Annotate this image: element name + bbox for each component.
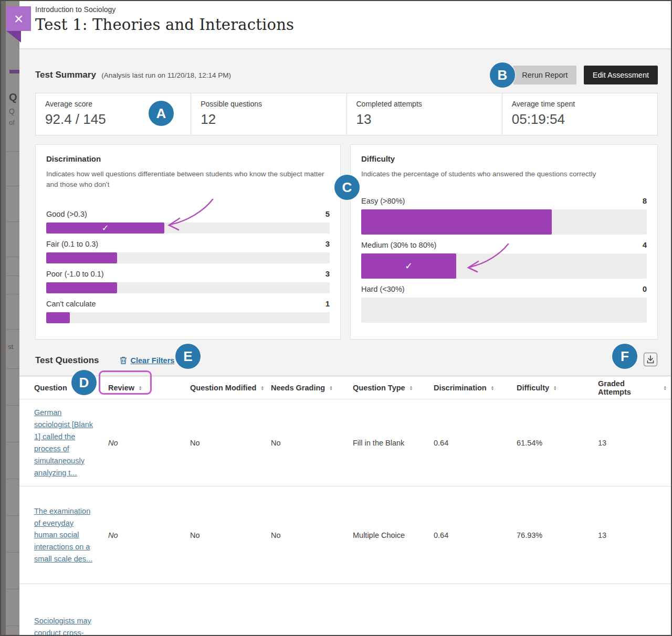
stat-value: 05:19:54 [512,111,657,128]
close-panel-button[interactable]: × [6,6,31,31]
background-divider [7,442,19,442]
chart-bar-row: Hard (<30%) 0 [361,284,647,323]
summary-actions: Rerun Report Edit Assessment [513,66,658,84]
background-text-fragment: Q [9,107,15,115]
summary-header-row: Test Summary (Analysis last run on 11/20… [35,66,658,84]
background-divider [7,275,19,276]
bar-value: 1 [326,299,330,308]
background-divider [7,479,19,479]
rerun-report-button[interactable]: Rerun Report [513,66,576,84]
summary-stats-row: Average score 92.4 / 145 Possible questi… [35,93,658,135]
bar-track [361,209,647,235]
stat-completed-attempts: Completed attempts 13 [346,93,502,135]
bar-value: 8 [643,196,647,205]
background-divider [7,221,19,222]
bar-track: ✓ [46,222,330,234]
discrimination-chart: Discrimination Indicates how well questi… [35,144,341,340]
bar-label: Poor (-1.0 to 0.1) [46,270,104,278]
column-header-question-type[interactable]: Question Type ▲▼ [353,384,434,392]
question-type-cell: Multiple Choice [353,531,434,539]
background-text-fragment: of [9,119,15,126]
sort-icon: ▲▼ [260,385,264,390]
background-accent-bar [9,70,19,73]
question-link[interactable]: German sociologist [Blank 1] called the … [34,408,93,477]
bar-label: Fair (0.1 to 0.3) [46,240,98,248]
column-header-difficulty[interactable]: Difficulty ▲▼ [517,384,598,392]
annotation-badge-a: A [149,101,174,126]
bar-label: Easy (>80%) [361,197,405,205]
chart-bar-row: Easy (>80%) 8 [361,196,647,235]
chart-bars: Good (>0.3) 5 ✓ Fair (0.1 to 0.3) 3 Poor… [46,209,330,323]
bar-fill [46,282,117,293]
clear-filters-label: Clear Filters [131,356,175,365]
bar-track [361,298,647,323]
bar-fill [46,252,117,263]
page-title: Test 1: Theories and Interactions [35,16,671,34]
background-divider [7,294,19,294]
chart-bar-row: Poor (-1.0 to 0.1) 3 [46,269,330,293]
close-icon: × [6,6,31,31]
sort-icon: ▲▼ [553,385,556,390]
stat-average-time-spent: Average time spent 05:19:54 [502,93,657,135]
column-header-question-modified[interactable]: Question Modified ▲▼ [190,384,271,392]
charts-row: Discrimination Indicates how well questi… [35,144,658,340]
sort-icon: ▲▼ [410,385,413,390]
column-header-review[interactable]: Review ▲▼ [108,384,190,392]
column-header-discrimination[interactable]: Discrimination ▲▼ [434,384,517,392]
edit-assessment-button[interactable]: Edit Assessment [584,66,658,84]
bar-label: Medium (30% to 80%) [361,241,436,249]
summary-title: Test Summary [35,70,96,80]
bar-value: 3 [326,269,330,278]
question-cell: The examination of everyday human social… [34,498,96,573]
question-cell: German sociologist [Blank 1] called the … [34,399,96,486]
annotation-badge-d: D [71,370,97,395]
background-divider [7,626,19,626]
stat-label: Average time spent [512,100,657,108]
stat-label: Possible questions [201,100,346,108]
chart-subtitle: Indicates the percentage of students who… [361,169,647,179]
chart-bars: Easy (>80%) 8 Medium (30% to 80%) 4 ✓ Ha… [361,196,647,323]
difficulty-cell: 76.93% [517,531,598,539]
question-link[interactable]: The examination of everyday human social… [34,507,92,564]
trash-icon [119,356,128,365]
stat-label: Completed attempts [356,100,502,108]
background-divider [7,552,19,553]
review-cell: No [108,531,190,539]
bar-value: 0 [643,284,647,293]
table-row: German sociologist [Blank 1] called the … [19,399,671,486]
background-divider [7,589,19,589]
download-results-button[interactable] [643,352,658,368]
question-modified-cell: No [190,531,271,539]
chart-bar-row: Fair (0.1 to 0.3) 3 [46,239,330,263]
bar-label: Good (>0.3) [46,210,87,218]
bar-value: 3 [326,239,330,248]
bar-fill [361,209,552,235]
bar-track [46,312,330,323]
difficulty-chart: Difficulty Indicates the percentage of s… [350,144,658,340]
bar-track [46,252,330,263]
stat-value: 13 [356,111,502,128]
needs-grading-cell: No [271,531,353,539]
background-text-fragment: Q [9,91,17,103]
clear-filters-link[interactable]: Clear Filters [119,356,175,365]
column-header-needs-grading[interactable]: Needs Grading ▲▼ [271,384,353,392]
chart-bar-row: Good (>0.3) 5 ✓ [46,209,330,234]
stat-value: 12 [201,111,346,128]
column-header-graded-attempts[interactable]: Graded Attempts ▲▼ [598,379,671,396]
dimmed-background-page: Q Q of st [1,1,19,635]
background-divider [7,186,19,186]
needs-grading-cell: No [271,439,353,447]
table-row: The examination of everyday human social… [19,486,671,584]
breadcrumb: Introduction to Sociology [35,5,671,14]
summary-heading: Test Summary (Analysis last run on 11/20… [35,70,231,80]
background-text-fragment: st [8,343,13,351]
table-row: Sociologists may conduct cross-cultural … [19,584,671,636]
questions-table-header: Question Review ▲▼ Question Modified ▲▼ … [19,376,671,399]
question-type-cell: Fill in the Blank [353,439,434,447]
discrimination-cell: 0.64 [434,439,517,447]
bar-label: Hard (<30%) [361,285,405,293]
sort-icon: ▲▼ [491,385,494,390]
bar-value: 5 [326,209,330,218]
question-link[interactable]: Sociologists may conduct cross-cultural … [34,617,92,636]
chart-title: Difficulty [361,154,647,163]
